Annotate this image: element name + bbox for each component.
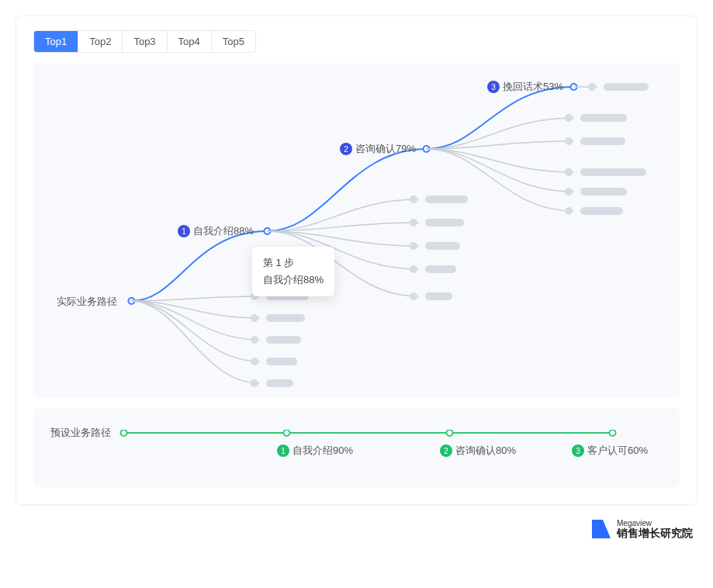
svg-point-5 (121, 430, 127, 436)
leaf-dot (565, 188, 573, 195)
svg-point-7 (447, 430, 453, 436)
logo-icon (592, 520, 611, 538)
leaf-pill (580, 168, 646, 176)
step2-label: 咨询确认79% (355, 142, 416, 156)
leaf-pill (425, 195, 468, 203)
tooltip-line2: 自我介绍88% (263, 272, 324, 289)
root-label-text: 实际业务路径 (57, 295, 117, 309)
leaf-dot (588, 83, 596, 91)
svg-point-6 (284, 430, 290, 436)
svg-point-8 (610, 430, 616, 436)
tooltip-line1: 第 1 步 (263, 254, 324, 272)
root-label: 实际业务路径 (57, 295, 117, 309)
leaf-pill (425, 219, 464, 227)
leaf-dot (251, 358, 258, 365)
step2-node[interactable]: 2 咨询确认79% (340, 142, 416, 156)
preset-step-2: 2 咨询确认80% (440, 444, 516, 458)
badge-green-1: 1 (277, 444, 289, 457)
leaf-pill (580, 207, 623, 215)
leaf-pill (425, 265, 456, 273)
step3-label: 挽回话术53% (503, 80, 563, 94)
preset-step-2-label: 咨询确认80% (455, 444, 516, 458)
step1-node[interactable]: 1 自我介绍88% (178, 224, 254, 238)
tree-diagram: 实际业务路径 1 自我介绍88% 2 咨询确认79% 3 挽回话术53% 第 1… (33, 64, 680, 397)
tab-top3[interactable]: Top3 (123, 31, 167, 52)
step1-label: 自我介绍88% (193, 224, 254, 238)
leaf-pill (266, 336, 301, 344)
leaf-pill (580, 114, 627, 122)
leaf-dot (565, 137, 573, 145)
badge-green-2: 2 (440, 444, 452, 457)
badge-2: 2 (340, 143, 352, 155)
tab-group: Top1 Top2 Top3 Top4 Top5 (33, 30, 256, 53)
preset-path-area: 预设业务路径 1 自我介绍90% 2 咨询确认80% 3 客户认可60% (33, 408, 680, 487)
tooltip: 第 1 步 自我介绍88% (252, 247, 334, 296)
tab-top5[interactable]: Top5 (212, 31, 255, 52)
footer-logo: Megaview 销售增长研究院 (16, 519, 697, 539)
leaf-dot (251, 379, 258, 387)
leaf-pill (425, 292, 452, 300)
leaf-pill (580, 188, 627, 195)
leaf-pill (266, 379, 293, 387)
leaf-dot (410, 195, 417, 203)
leaf-dot (565, 207, 573, 215)
leaf-dot (410, 242, 417, 250)
leaf-dot (251, 314, 258, 322)
step3-node[interactable]: 3 挽回话术53% (487, 80, 563, 94)
tab-top2[interactable]: Top2 (78, 31, 123, 52)
badge-3: 3 (487, 81, 500, 93)
leaf-pill (604, 83, 649, 91)
badge-green-3: 3 (572, 444, 584, 457)
tab-top1[interactable]: Top1 (34, 31, 78, 52)
leaf-dot (565, 168, 573, 176)
leaf-pill (580, 137, 625, 145)
preset-line: 预设业务路径 1 自我介绍90% 2 咨询确认80% 3 客户认可60% (50, 430, 663, 461)
preset-svg (50, 430, 663, 461)
preset-step-1-label: 自我介绍90% (292, 444, 353, 458)
leaf-dot (565, 114, 573, 122)
badge-1: 1 (178, 225, 190, 237)
leaf-dot (410, 292, 417, 300)
leaf-dot (251, 336, 258, 344)
preset-step-1: 1 自我介绍90% (277, 444, 353, 458)
preset-step-3: 3 客户认可60% (572, 444, 648, 458)
logo-cn: 销售增长研究院 (617, 527, 693, 539)
main-card: Top1 Top2 Top3 Top4 Top5 (16, 16, 697, 505)
leaf-pill (266, 358, 297, 365)
tab-top4[interactable]: Top4 (168, 31, 212, 52)
leaf-pill (266, 314, 305, 322)
leaf-dot (410, 265, 417, 273)
leaf-pill (425, 242, 460, 250)
logo-text: Megaview 销售增长研究院 (617, 519, 693, 539)
leaf-dot (410, 219, 417, 227)
preset-step-3-label: 客户认可60% (587, 444, 648, 458)
